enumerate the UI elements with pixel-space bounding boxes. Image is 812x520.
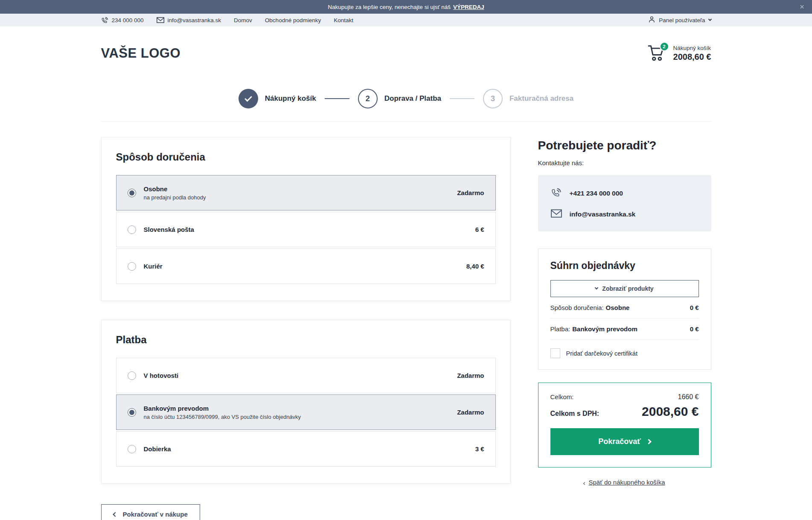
cart-label: Nákupný košík: [673, 45, 711, 51]
close-icon[interactable]: ×: [800, 0, 804, 14]
step-shipping-label: Doprava / Platba: [384, 94, 441, 103]
delivery-option-slovenska-posta[interactable]: Slovenská pošta 6 €: [116, 212, 496, 247]
promo-banner: Nakupujte za lepšie ceny, nenechajte si …: [0, 0, 812, 14]
checkout-steps: Nákupný košík 2 Doprava / Platba 3 Faktu…: [0, 79, 812, 121]
radio-selected-icon[interactable]: [128, 408, 136, 417]
step-cart[interactable]: Nákupný košík: [239, 89, 316, 108]
phone-icon: [101, 17, 108, 24]
phone-icon: [551, 187, 562, 200]
summary-delivery-price: 0 €: [690, 304, 699, 311]
email-text: info@vasastranka.sk: [168, 17, 221, 23]
payment-option-dobierka[interactable]: Dobierka 3 €: [116, 431, 496, 467]
step-3-circle: 3: [483, 89, 503, 108]
gift-certificate-checkbox[interactable]: [550, 348, 560, 358]
option-name: Osobne: [144, 185, 453, 193]
option-name: Slovenská pošta: [144, 226, 471, 233]
summary-delivery-value: Osobne: [606, 304, 630, 311]
continue-checkout-button[interactable]: Pokračovať: [550, 428, 699, 455]
option-price: 3 €: [475, 445, 484, 453]
radio-icon[interactable]: [128, 371, 136, 380]
option-name: Dobierka: [144, 445, 471, 453]
chevron-down-icon: [595, 286, 598, 289]
sale-link[interactable]: VÝPREDAJ: [453, 4, 484, 10]
option-name: Bankovým prevodom: [144, 405, 453, 412]
subtotal-value: 1660 €: [678, 393, 699, 401]
total-label: Celkom s DPH:: [550, 410, 600, 418]
contact-email[interactable]: info@vasastranka.sk: [551, 209, 698, 219]
step-cart-label: Nákupný košík: [265, 94, 316, 103]
step-billing-address: 3 Fakturačná adresa: [483, 89, 573, 108]
delivery-method-card: Spôsob doručenia Osobne na predajni podl…: [101, 137, 511, 301]
show-products-label: Zobraziť produkty: [602, 285, 653, 292]
chevron-right-icon: [646, 439, 652, 444]
option-price: Zadarmo: [457, 189, 484, 196]
radio-selected-icon[interactable]: [128, 189, 136, 197]
nav-link-kontakt[interactable]: Kontakt: [334, 17, 353, 23]
help-subtitle: Kontaktujte nás:: [538, 159, 711, 167]
summary-payment-price: 0 €: [690, 325, 699, 333]
cart-total: 2008,60 €: [673, 52, 711, 62]
step-2-circle: 2: [358, 89, 378, 108]
totals-box: Celkom: 1660 € Celkom s DPH: 2008,60 € P…: [538, 383, 711, 467]
help-title: Potrebujete poradiť?: [538, 139, 711, 152]
payment-option-bankovym-prevodom[interactable]: Bankovým prevodom na číslo účtu 12345678…: [116, 394, 496, 430]
option-price: 6 €: [475, 226, 484, 233]
step-connector: [450, 98, 474, 99]
continue-checkout-label: Pokračovať: [598, 437, 641, 446]
delivery-option-kurier[interactable]: Kuriér 8,40 €: [116, 248, 496, 284]
contact-box: +421 234 000 000 info@vasastranka.sk: [538, 175, 711, 231]
radio-icon[interactable]: [128, 225, 136, 234]
divider: [101, 121, 711, 122]
user-icon: [648, 16, 655, 24]
delivery-title: Spôsob doručenia: [116, 151, 496, 163]
continue-shopping-button[interactable]: Pokračovať v nákupe: [101, 504, 200, 520]
step-done-icon: [239, 89, 258, 108]
cart-count-badge: 2: [660, 42, 669, 51]
option-name: Kuriér: [144, 263, 462, 270]
delivery-option-osobne[interactable]: Osobne na predajni podla dohody Zadarmo: [116, 175, 496, 210]
chevron-down-icon: [708, 18, 711, 21]
option-description: na predajni podla dohody: [144, 194, 453, 201]
cart-widget[interactable]: 2 Nákupný košík 2008,60 €: [648, 44, 711, 62]
option-price: Zadarmo: [457, 409, 484, 416]
gift-certificate-label: Pridať darčekový certifikát: [566, 350, 637, 357]
site-logo[interactable]: VAŠE LOGO: [101, 46, 181, 61]
contact-phone[interactable]: +421 234 000 000: [551, 187, 698, 200]
show-products-button[interactable]: Zobraziť produkty: [550, 280, 699, 297]
chevron-left-icon: [113, 512, 117, 517]
summary-payment-label: Platba:: [550, 325, 570, 333]
subtotal-label: Celkom:: [550, 393, 574, 400]
email-link[interactable]: info@vasastranka.sk: [157, 17, 221, 23]
cart-icon: [648, 56, 666, 63]
phone-link[interactable]: 234 000 000: [101, 17, 144, 24]
gift-certificate-row[interactable]: Pridať darčekový certifikát: [550, 340, 699, 358]
nav-link-obchodne-podmienky[interactable]: Obchodné podmienky: [265, 17, 321, 23]
payment-title: Platba: [116, 334, 496, 346]
summary-row-payment: Platba:Bankovým prevodom 0 €: [550, 318, 699, 340]
step-connector: [325, 98, 349, 99]
summary-payment-value: Bankovým prevodom: [572, 325, 637, 333]
back-to-cart-link[interactable]: Späť do nákupného košíka: [588, 479, 665, 486]
contact-email-text: info@vasastranka.sk: [570, 210, 636, 218]
step-shipping-payment[interactable]: 2 Doprava / Platba: [358, 89, 441, 108]
contact-phone-number: +421 234 000 000: [570, 190, 623, 197]
mail-icon: [551, 209, 562, 219]
back-to-cart-row: Späť do nákupného košíka: [538, 479, 711, 486]
summary-row-delivery: Spôsob doručenia:Osobne 0 €: [550, 297, 699, 318]
user-panel-menu[interactable]: Panel používateľa: [648, 16, 711, 24]
chevron-left-icon: [583, 482, 586, 485]
radio-icon[interactable]: [128, 262, 136, 271]
nav-link-domov[interactable]: Domov: [234, 17, 252, 23]
payment-option-v-hotovosti[interactable]: V hotovosti Zadarmo: [116, 358, 496, 393]
header: VAŠE LOGO 2 Nákupný košík 2008,60 €: [0, 26, 812, 79]
user-panel-label: Panel používateľa: [659, 17, 705, 23]
promo-text: Nakupujte za lepšie ceny, nenechajte si …: [328, 4, 451, 10]
order-summary-box: Súhrn objednávky Zobraziť produkty Spôso…: [538, 248, 711, 370]
step-billing-label: Fakturačná adresa: [509, 94, 573, 103]
phone-number: 234 000 000: [112, 17, 144, 23]
order-summary-title: Súhrn objednávky: [550, 260, 699, 272]
continue-shopping-label: Pokračovať v nákupe: [123, 511, 188, 518]
option-price: Zadarmo: [457, 372, 484, 379]
radio-icon[interactable]: [128, 445, 136, 453]
total-value: 2008,60 €: [642, 404, 698, 419]
